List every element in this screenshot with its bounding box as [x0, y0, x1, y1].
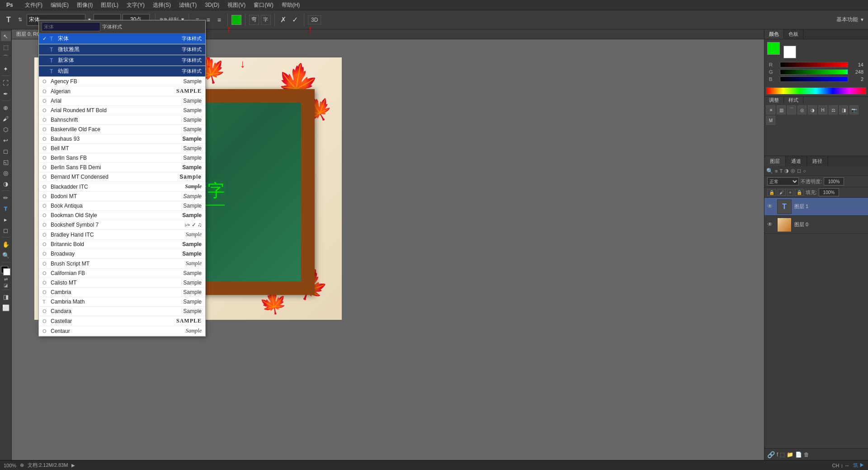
workspace-selector[interactable]: 基本功能 — [836, 16, 858, 24]
quick-mask-btn[interactable]: ◨ — [1, 292, 11, 302]
font-item-19[interactable]: OBrush Script MTSample — [39, 259, 205, 269]
font-item-4[interactable]: OBahnschriftSample — [39, 115, 205, 125]
layers-tab[interactable]: 图层 — [764, 156, 786, 166]
blend-mode-select[interactable]: 正常 — [767, 177, 799, 185]
foreground-color[interactable] — [1, 266, 11, 276]
adj-hsl[interactable]: H — [818, 105, 827, 114]
eraser-tool[interactable]: ◻ — [1, 146, 11, 156]
background-color-indicator[interactable] — [783, 46, 796, 58]
layer-adjust-btn[interactable]: ◑ — [784, 168, 789, 174]
font-item-0[interactable]: OAgency FBSample — [39, 77, 205, 86]
lasso-tool[interactable]: ⌒ — [1, 53, 11, 63]
font-item-14[interactable]: OBookman Old StyleSample — [39, 211, 205, 220]
swatches-tab[interactable]: 色板 — [784, 29, 803, 39]
zoom-tool[interactable]: 🔍 — [1, 250, 11, 260]
swap-colors-btn[interactable]: ⇄ — [4, 277, 8, 282]
layer-item-1[interactable]: 👁 T 图层 1 — [764, 198, 868, 216]
fill-input[interactable] — [819, 188, 839, 196]
add-mask-btn[interactable]: ⬚ — [780, 451, 785, 458]
style-tab[interactable]: 样式 — [784, 97, 803, 104]
font-item-21[interactable]: OCalisto MTSample — [39, 278, 205, 288]
font-item-2[interactable]: OArialSample — [39, 96, 205, 106]
path-selection-tool[interactable]: ▸ — [1, 214, 11, 224]
brush-tool[interactable]: 🖌 — [1, 114, 11, 123]
menu-file[interactable]: 文件(F) — [21, 0, 46, 10]
paths-tab[interactable]: 路径 — [807, 156, 828, 166]
healing-brush-tool[interactable]: ⊕ — [1, 103, 11, 113]
shape-tool[interactable]: ◻ — [1, 225, 11, 235]
switch-3d-btn[interactable]: 3D — [308, 15, 321, 24]
opacity-input[interactable] — [824, 177, 844, 185]
menu-type[interactable]: 文字(Y) — [123, 0, 148, 10]
layer-filter-type[interactable]: ≡ — [775, 168, 778, 174]
adj-vibrance[interactable]: ◑ — [808, 105, 817, 114]
adj-photo[interactable]: 📷 — [849, 105, 859, 114]
blur-tool[interactable]: ◎ — [1, 168, 11, 178]
g-slider[interactable] — [780, 69, 848, 75]
adj-colorbalance[interactable]: ⚖ — [829, 105, 838, 114]
font-item-1[interactable]: OAlgerianSAMPLE — [39, 86, 205, 96]
hand-tool[interactable]: ✋ — [1, 239, 11, 249]
font-item-15[interactable]: OBookshelf Symbol 7♭≈ ✓ ♫ — [39, 220, 205, 230]
font-item-8[interactable]: OBerlin Sans FBSample — [39, 153, 205, 163]
adj-bw[interactable]: ◨ — [839, 105, 848, 114]
menu-help[interactable]: 帮助(H) — [278, 0, 304, 10]
font-item-9[interactable]: OBerlin Sans FB DemiSample — [39, 163, 205, 172]
menu-select[interactable]: 选择(S) — [149, 0, 175, 10]
confirm-edit-btn[interactable]: ✓ — [290, 15, 300, 25]
b-slider[interactable] — [780, 76, 848, 82]
font-item-7[interactable]: OBell MTSample — [39, 144, 205, 153]
menu-filter[interactable]: 滤镜(T) — [175, 0, 200, 10]
layer-toggle-filter[interactable]: ○ — [803, 168, 806, 174]
pinned-font-newsongti[interactable]: T 新宋体 字体样式 — [39, 55, 205, 66]
layer-smart-btn[interactable]: ◎ — [791, 168, 795, 174]
eyedropper-tool[interactable]: ✒ — [1, 89, 11, 99]
menu-layer[interactable]: 图层(L) — [97, 0, 122, 10]
font-item-5[interactable]: OBaskerville Old FaceSample — [39, 125, 205, 134]
menu-image[interactable]: 图像(I) — [73, 0, 96, 10]
adj-brightness[interactable]: ☀ — [766, 105, 775, 114]
cancel-edit-btn[interactable]: ✗ — [278, 15, 288, 25]
font-item-16[interactable]: OBradley Hand ITCSample — [39, 230, 205, 240]
font-item-10[interactable]: OBernard MT CondensedSample — [39, 172, 205, 182]
default-colors-btn[interactable]: ◪ — [4, 283, 8, 288]
add-link-btn[interactable]: 🔗 — [767, 451, 775, 458]
adjust-tab[interactable]: 调整 — [764, 97, 784, 104]
text-color-swatch[interactable] — [231, 15, 241, 25]
font-item-17[interactable]: OBritannic BoldSample — [39, 240, 205, 249]
pinned-font-songti[interactable]: ✓ T 宋体 字体样式 — [39, 33, 205, 44]
menu-edit[interactable]: 编辑(E) — [47, 0, 72, 10]
lock-position-btn[interactable]: + — [787, 189, 793, 196]
warp-text-btn[interactable]: 弯 — [249, 15, 259, 25]
type-tool-btn[interactable]: T — [4, 14, 14, 26]
font-item-20[interactable]: OCalifornian FBSample — [39, 269, 205, 278]
font-item-11[interactable]: OBlackadder ITCSample — [39, 182, 205, 192]
stamp-tool[interactable]: ⬡ — [1, 124, 11, 134]
selection-tool[interactable]: ⬚ — [1, 42, 11, 52]
font-item-18[interactable]: OBroadwaySample — [39, 249, 205, 259]
font-search-input[interactable] — [42, 22, 100, 31]
type-tool[interactable]: T — [1, 204, 11, 214]
align-right-btn[interactable]: ≡ — [215, 14, 224, 26]
layer-1-visibility[interactable]: 👁 — [767, 203, 774, 210]
foreground-color-indicator[interactable] — [767, 42, 780, 55]
layer-item-0[interactable]: 👁 图层 0 — [764, 216, 868, 234]
font-item-13[interactable]: OBook AntiquaSample — [39, 201, 205, 211]
font-item-27[interactable]: OCenturySample — [39, 336, 205, 337]
menu-3d[interactable]: 3D(D) — [201, 1, 223, 9]
pinned-font-msyahei[interactable]: T 微软雅黑 字体样式 — [39, 44, 205, 55]
adj-curves[interactable]: ⌒ — [787, 105, 796, 114]
crop-tool[interactable]: ⛶ — [1, 78, 11, 88]
font-item-25[interactable]: OCastellarSAMPLE — [39, 316, 205, 326]
layer-normal-btn[interactable]: T — [779, 168, 783, 174]
new-group-btn[interactable]: 📁 — [787, 451, 793, 458]
font-item-22[interactable]: OCambriaSample — [39, 288, 205, 297]
pen-tool[interactable]: ✏ — [1, 193, 11, 203]
font-item-24[interactable]: OCandaraSample — [39, 307, 205, 316]
r-slider[interactable] — [780, 62, 848, 67]
dodge-tool[interactable]: ◑ — [1, 179, 11, 189]
zoom-control[interactable]: ⊕ — [20, 462, 24, 468]
delete-layer-btn[interactable]: 🗑 — [804, 451, 809, 458]
pinned-font-youyuan[interactable]: T 幼圆 字体样式 — [39, 66, 205, 77]
workspace-dropdown-icon[interactable]: ▼ — [860, 17, 864, 22]
